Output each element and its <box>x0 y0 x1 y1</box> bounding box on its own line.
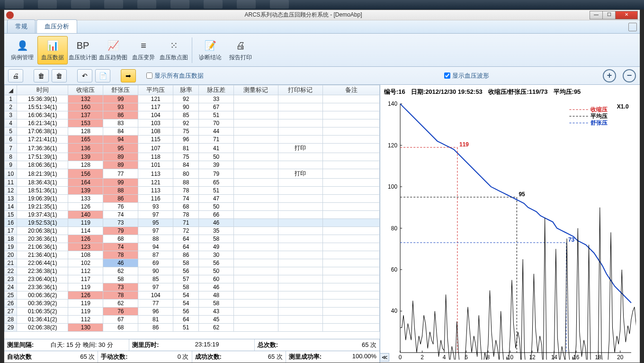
table-row[interactable]: 817:51:39(1)139891187550 <box>5 153 380 161</box>
table-row[interactable]: 918:06:36(1)128891018439 <box>5 161 380 169</box>
table-row[interactable]: 2500:06:36(2)126781045448 <box>5 291 380 299</box>
zoom-in-button[interactable]: + <box>603 69 616 82</box>
table-row[interactable]: 2122:06:44(1)10246695856 <box>5 259 380 267</box>
svg-text:140: 140 <box>388 100 397 107</box>
svg-text:20: 20 <box>617 354 624 360</box>
trend-icon: 📈 <box>106 38 121 53</box>
print-report-button[interactable]: 🖨报告打印 <box>225 36 256 64</box>
print-button[interactable]: 🖨 <box>8 69 23 82</box>
table-row[interactable]: 215:51:34(1)160931179067 <box>5 103 380 111</box>
table-row[interactable]: 717:36:36(1)136951078141打印 <box>5 144 380 153</box>
chart-pane: 编号:16 日期:2012/12/30 19:52:53 收缩压/舒张压:119… <box>380 85 640 363</box>
titlebar[interactable]: ARCS系列动态血压回顾分析系统 - [DemoAbp] — ☐ ✕ <box>4 10 640 20</box>
table-row[interactable]: 1018:21:39(1)156771138079打印 <box>5 169 380 179</box>
table-row[interactable]: 617:21:41(1)165941159671 <box>5 136 380 144</box>
svg-text:12: 12 <box>529 354 536 360</box>
table-row[interactable]: 2021:36:40(1)10878878630 <box>5 251 380 259</box>
svg-text:60: 60 <box>391 266 398 273</box>
svg-text:73: 73 <box>568 236 575 243</box>
diagnosis-button[interactable]: 📝诊断结论 <box>195 36 225 64</box>
col-note[interactable]: 备注 <box>323 85 380 95</box>
table-row[interactable]: 2902:06:38(2)13068865162 <box>5 324 380 332</box>
delete-button[interactable]: 🗑 <box>34 69 49 82</box>
col-dia[interactable]: 舒张压 <box>103 85 138 95</box>
show-wave-checkbox[interactable]: 显示血压波形 <box>444 72 489 80</box>
svg-text:14: 14 <box>551 354 558 360</box>
table-row[interactable]: 416:21:34(1)153831039270 <box>5 119 380 127</box>
table-row[interactable]: 316:06:34(1)137861048551 <box>5 111 380 119</box>
table-row[interactable]: 1921:06:36(1)12374946449 <box>5 243 380 251</box>
secondary-toolbar: 🖨 🗑 🗑 ↶ 📄 ➡ 显示所有血压数据 显示血压波形 + − <box>4 67 640 85</box>
table-row[interactable]: 2701:06:35(2)11976965643 <box>5 308 380 316</box>
case-manage-button[interactable]: 👤病例管理 <box>7 36 37 64</box>
undo-button[interactable]: ↶ <box>77 69 92 82</box>
bp-waveform-chart[interactable]: 406080100120140024681012141618201199573收… <box>384 99 636 360</box>
data-table[interactable]: ◢ 时间 收缩压 舒张压 平均压 脉率 脉压差 测量标记 打印标记 备注 115… <box>4 85 380 339</box>
maximize-button[interactable]: ☐ <box>602 11 616 19</box>
tab-general[interactable]: 常规 <box>7 19 36 33</box>
bp-stat-button[interactable]: BP血压统计图 <box>68 36 98 64</box>
table-row[interactable]: 1820:36:36(1)12668886458 <box>5 235 380 243</box>
svg-text:80: 80 <box>391 225 398 232</box>
table-row[interactable]: 1118:36:43(1)164991218865 <box>5 179 380 187</box>
show-all-checkbox[interactable]: 显示所有血压数据 <box>146 72 204 80</box>
col-map[interactable]: 平均压 <box>138 85 173 95</box>
table-row[interactable]: 1319:06:39(1)133861167447 <box>5 195 380 203</box>
col-pm[interactable]: 打印标记 <box>278 85 322 95</box>
table-row[interactable]: 115:36:39(1)132991219233 <box>5 95 380 103</box>
table-row[interactable]: 2600:36:39(2)11962775458 <box>5 299 380 308</box>
svg-text:收缩压: 收缩压 <box>590 106 608 113</box>
table-row[interactable]: 1218:51:36(1)139881137851 <box>5 187 380 195</box>
table-row[interactable]: 1419:21:35(1)12676936850 <box>5 203 380 211</box>
ribbon-toolbar: 👤病例管理 📊血压数据 BP血压统计图 📈血压趋势图 ≡血压变异 ⁙血压散点图 … <box>4 34 640 67</box>
col-pr[interactable]: 脉率 <box>173 85 199 95</box>
close-button[interactable]: ✕ <box>615 11 638 19</box>
svg-text:舒张压: 舒张压 <box>590 119 608 126</box>
settings-icon[interactable] <box>628 23 637 31</box>
export-button[interactable]: ➡ <box>121 69 136 82</box>
svg-text:X1.0: X1.0 <box>617 103 629 110</box>
main-window: ARCS系列动态血压回顾分析系统 - [DemoAbp] — ☐ ✕ 常规 血压… <box>4 9 640 363</box>
bp-icon: BP <box>75 38 90 53</box>
svg-text:120: 120 <box>388 142 397 149</box>
bp-data-button[interactable]: 📊血压数据 <box>37 36 68 64</box>
delete-all-button[interactable]: 🗑 <box>52 69 67 82</box>
table-row[interactable]: 2222:36:38(1)11262905650 <box>5 267 380 275</box>
table-row[interactable]: 2423:36:36(1)11973975846 <box>5 283 380 291</box>
svg-text:平均压: 平均压 <box>590 113 608 119</box>
col-rownum[interactable]: ◢ <box>5 85 17 95</box>
zoom-out-button[interactable]: − <box>623 69 636 82</box>
table-row[interactable]: 1619:52:53(1)11973957146 <box>5 219 380 227</box>
data-table-pane: ◢ 时间 收缩压 舒张压 平均压 脉率 脉压差 测量标记 打印标记 备注 115… <box>4 85 380 363</box>
svg-text:2: 2 <box>420 354 424 360</box>
doc-edit-icon: 📝 <box>203 38 218 53</box>
table-row[interactable]: 517:06:38(1)128841087544 <box>5 127 380 136</box>
svg-text:4: 4 <box>443 354 446 360</box>
col-pp[interactable]: 脉压差 <box>199 85 234 95</box>
table-row[interactable]: 1519:37:43(1)14074977866 <box>5 211 380 219</box>
table-row[interactable]: 1720:06:38(1)11479977235 <box>5 227 380 235</box>
tab-bp-analysis[interactable]: 血压分析 <box>36 19 77 33</box>
minimize-button[interactable]: — <box>590 11 603 19</box>
wave-icon: 📊 <box>45 38 60 53</box>
table-row[interactable]: 2323:06:40(1)11758855760 <box>5 275 380 283</box>
collapse-chart-button[interactable]: ≪ <box>380 353 389 362</box>
chart-header: 编号:16 日期:2012/12/30 19:52:53 收缩压/舒张压:119… <box>382 87 638 97</box>
status-row-1: 测里间隔:白天: 15 分 晚间: 30 分 测里历时:23:15:19 总次数… <box>4 339 380 351</box>
bp-trend-button[interactable]: 📈血压趋势图 <box>98 36 128 64</box>
svg-text:10: 10 <box>507 354 514 360</box>
person-icon: 👤 <box>15 38 30 53</box>
col-time[interactable]: 时间 <box>17 85 68 95</box>
bp-scatter-button[interactable]: ⁙血压散点图 <box>159 36 189 64</box>
window-title: ARCS系列动态血压回顾分析系统 - [DemoAbp] <box>17 11 590 19</box>
page-button[interactable]: 📄 <box>95 69 110 82</box>
status-row-2: 自动次数65 次 手动次数:0 次 成功次数:65 次 测里成功率:100.00… <box>4 351 380 363</box>
col-sys[interactable]: 收缩压 <box>68 85 103 95</box>
svg-text:0: 0 <box>399 354 402 360</box>
svg-text:100: 100 <box>388 183 397 190</box>
table-row[interactable]: 2801:36:41(2)11267816445 <box>5 316 380 324</box>
col-mm[interactable]: 测量标记 <box>234 85 278 95</box>
svg-text:95: 95 <box>519 191 525 198</box>
scatter-icon: ⁙ <box>166 38 181 53</box>
bp-variation-button[interactable]: ≡血压变异 <box>128 36 159 64</box>
